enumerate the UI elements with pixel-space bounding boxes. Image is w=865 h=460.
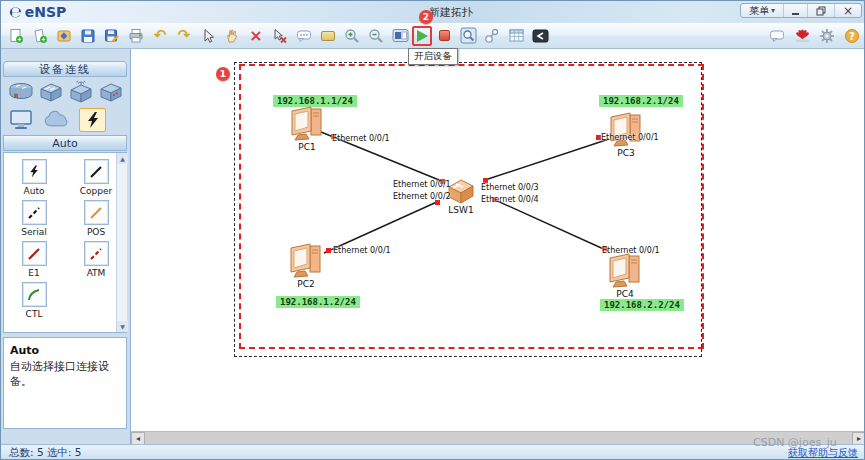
save-button[interactable] (78, 26, 98, 46)
connection-description-panel: Auto 自动选择接口连接设备。 (3, 337, 127, 429)
delete-link-button[interactable] (270, 26, 290, 46)
close-button[interactable]: × (835, 4, 861, 17)
wlan-category-button[interactable] (68, 80, 95, 104)
new-topology-icon (8, 28, 24, 44)
help-button[interactable]: ? (842, 26, 862, 46)
selection-count: 总数: 5 选中: 5 (9, 446, 81, 460)
monitor-icon (8, 109, 34, 131)
router-category-button[interactable]: R (7, 80, 34, 104)
pan-tool-button[interactable] (222, 26, 242, 46)
topology-nodes-icon (484, 28, 500, 44)
port-label-lsw1-4: Ethernet 0/0/4 (481, 195, 539, 204)
connection-category-button[interactable] (79, 108, 106, 132)
start-devices-button[interactable] (412, 26, 432, 46)
window-title: 新建拓扑 (391, 5, 511, 20)
wlan-icon (68, 81, 94, 103)
topology-view-button[interactable] (482, 26, 502, 46)
description-text: 自动选择接口连接设备。 (10, 360, 120, 390)
stop-icon (439, 30, 450, 41)
firewall-icon (98, 81, 124, 103)
delete-button[interactable]: × (246, 26, 266, 46)
node-pc2[interactable]: PC2 (276, 242, 336, 289)
settings-button[interactable] (817, 26, 837, 46)
ip-label-pc2[interactable]: 192.168.1.2/24 (276, 296, 360, 308)
feedback-bubble-icon (769, 28, 785, 44)
redo-icon: ↷ (178, 28, 191, 43)
comment-bubble-icon (296, 28, 312, 44)
connection-type-serial[interactable]: Serial (12, 200, 56, 237)
node-pc4[interactable]: PC4 (595, 252, 655, 299)
connection-type-pos[interactable]: POS (74, 200, 118, 237)
scroll-up-icon[interactable]: ▲ (117, 153, 128, 164)
pos-line-icon (88, 205, 104, 221)
packet-capture-icon (460, 27, 477, 44)
topology-canvas[interactable]: 1 192.168.1.1/24 192.168.2.1/24 192.168.… (131, 49, 865, 431)
console-button[interactable] (530, 26, 550, 46)
atm-line-icon (88, 246, 104, 262)
undo-icon: ↶ (154, 28, 167, 43)
scroll-down-icon[interactable]: ▼ (117, 321, 128, 332)
connection-list-scrollbar[interactable]: ▲ ▼ (116, 153, 127, 332)
palette-button[interactable] (390, 26, 410, 46)
stop-devices-button[interactable] (434, 26, 454, 46)
minimize-button[interactable] (784, 4, 808, 17)
chevron-down-icon: ▾ (771, 6, 775, 15)
feedback-button[interactable] (767, 26, 787, 46)
node-label: PC4 (616, 289, 633, 299)
node-label: PC3 (617, 148, 634, 158)
node-label: PC1 (298, 142, 315, 152)
connection-type-atm[interactable]: ATM (74, 241, 118, 278)
help-icon: ? (844, 28, 860, 44)
port-label-pc3: Ethernet 0/0/1 (601, 133, 659, 142)
status-bar: 总数: 5 选中: 5 获取帮助与反馈 (1, 444, 865, 460)
connection-type-ctl[interactable]: CTL (12, 282, 56, 319)
node-pc1[interactable]: PC1 (277, 105, 337, 152)
svg-text:R: R (14, 92, 19, 99)
annotation-badge-1: 1 (216, 67, 230, 81)
zoom-in-button[interactable] (342, 26, 362, 46)
main-toolbar: ↶ ↷ × (1, 23, 865, 49)
connection-type-auto[interactable]: Auto (12, 159, 56, 196)
note-button[interactable] (294, 26, 314, 46)
connection-type-copper[interactable]: Copper (74, 159, 118, 196)
lightning-bolt-icon (85, 111, 101, 129)
new-exam-button[interactable] (30, 26, 50, 46)
huawei-logo-button[interactable] (792, 26, 812, 46)
connection-type-e1[interactable]: E1 (12, 241, 56, 278)
ip-label-pc3[interactable]: 192.168.2.1/24 (599, 95, 683, 107)
restore-button[interactable] (808, 4, 835, 17)
ensp-logo: ℮ eNSP (9, 3, 66, 21)
save-as-icon (104, 28, 120, 44)
device-sidebar: 设备连线 R (1, 49, 131, 444)
open-button[interactable] (54, 26, 74, 46)
menu-button[interactable]: 菜单▾ (741, 4, 784, 17)
cloud-category-button[interactable] (43, 108, 70, 132)
packet-capture-button[interactable] (458, 26, 478, 46)
start-devices-tooltip: 开启设备 (408, 48, 458, 65)
ip-label-pc4[interactable]: 192.168.2.2/24 (600, 299, 684, 311)
textbox-button[interactable] (318, 26, 338, 46)
new-exam-icon (32, 28, 48, 44)
huawei-logo-icon (794, 28, 811, 44)
print-button[interactable] (126, 26, 146, 46)
redo-button[interactable]: ↷ (174, 26, 194, 46)
svg-text:?: ? (849, 30, 855, 41)
console-icon (532, 29, 549, 43)
grid-button[interactable] (506, 26, 526, 46)
zoom-out-button[interactable] (366, 26, 386, 46)
firewall-category-button[interactable] (98, 80, 125, 104)
terminal-category-button[interactable] (7, 108, 34, 132)
delete-link-icon (272, 28, 288, 44)
restore-icon (816, 6, 826, 16)
switch-category-button[interactable] (37, 80, 64, 104)
hand-icon (224, 28, 240, 44)
topology-links (131, 49, 865, 431)
new-topology-button[interactable] (6, 26, 26, 46)
print-icon (128, 28, 144, 44)
sidebar-panel-title: 设备连线 (3, 61, 127, 77)
undo-button[interactable]: ↶ (150, 26, 170, 46)
save-as-button[interactable] (102, 26, 122, 46)
sidebar-section-title: Auto (3, 135, 127, 151)
select-tool-button[interactable] (198, 26, 218, 46)
device-category-row-2 (5, 108, 127, 132)
